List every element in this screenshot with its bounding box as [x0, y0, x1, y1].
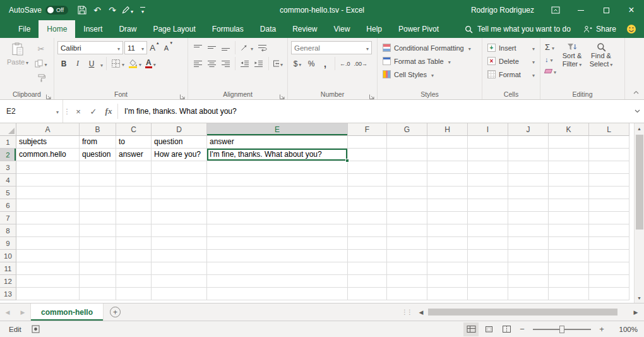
column-header-J[interactable]: J — [508, 123, 549, 136]
row-header-11[interactable]: 11 — [0, 262, 16, 275]
row-header-9[interactable]: 9 — [0, 237, 16, 250]
cell-D4[interactable] — [152, 174, 207, 187]
autosum-button[interactable]: Σ — [544, 41, 558, 53]
cell-D3[interactable] — [152, 161, 207, 174]
cell-F12[interactable] — [348, 275, 387, 288]
cell-J6[interactable] — [508, 199, 549, 212]
cell-C5[interactable] — [116, 187, 152, 199]
cell-G1[interactable] — [387, 136, 427, 149]
tab-view[interactable]: View — [326, 20, 359, 38]
collapse-ribbon-button[interactable] — [633, 85, 639, 97]
cell-K7[interactable] — [549, 212, 589, 224]
tab-home[interactable]: Home — [39, 20, 75, 38]
column-header-K[interactable]: K — [549, 123, 589, 136]
column-header-D[interactable]: D — [152, 123, 207, 136]
column-header-E[interactable]: E — [207, 123, 348, 136]
row-header-3[interactable]: 3 — [0, 161, 16, 174]
align-left-button[interactable] — [191, 57, 204, 70]
new-sheet-button[interactable]: + — [110, 307, 121, 317]
cell-B8[interactable] — [80, 224, 116, 237]
cell-I3[interactable] — [468, 161, 508, 174]
delete-cells-button[interactable]: × Delete — [486, 54, 537, 68]
cell-C8[interactable] — [116, 224, 152, 237]
cell-F3[interactable] — [348, 161, 387, 174]
cell-L3[interactable] — [589, 161, 629, 174]
cell-I8[interactable] — [468, 224, 508, 237]
column-header-H[interactable]: H — [427, 123, 468, 136]
cell-E11[interactable] — [207, 262, 348, 275]
tab-data[interactable]: Data — [252, 20, 284, 38]
ribbon-display-options-button[interactable] — [543, 0, 568, 20]
cell-I9[interactable] — [468, 237, 508, 250]
font-dialog-launcher[interactable] — [179, 91, 186, 97]
cell-I12[interactable] — [468, 275, 508, 288]
zoom-slider-thumb[interactable] — [559, 326, 564, 333]
tab-power-pivot[interactable]: Power Pivot — [390, 20, 447, 38]
cell-G3[interactable] — [387, 161, 427, 174]
row-header-5[interactable]: 5 — [0, 187, 16, 199]
cell-A11[interactable] — [16, 262, 80, 275]
cell-K8[interactable] — [549, 224, 589, 237]
cut-button[interactable]: ✂ — [32, 42, 50, 55]
cell-G12[interactable] — [387, 275, 427, 288]
column-header-F[interactable]: F — [348, 123, 387, 136]
cell-H3[interactable] — [427, 161, 468, 174]
cell-E1[interactable]: answer — [207, 136, 348, 149]
column-header-L[interactable]: L — [589, 123, 629, 136]
macro-recording-button[interactable] — [28, 325, 44, 333]
cell-F9[interactable] — [348, 237, 387, 250]
cell-G2[interactable] — [387, 149, 427, 161]
fill-color-button[interactable] — [127, 57, 143, 70]
cell-I13[interactable] — [468, 288, 508, 300]
cell-L9[interactable] — [589, 237, 629, 250]
cell-L2[interactable] — [589, 149, 629, 161]
cell-H2[interactable] — [427, 149, 468, 161]
cell-H5[interactable] — [427, 187, 468, 199]
format-cells-button[interactable]: Format — [486, 68, 537, 81]
cell-H13[interactable] — [427, 288, 468, 300]
name-box[interactable]: E2 — [0, 100, 63, 123]
column-header-G[interactable]: G — [387, 123, 427, 136]
cell-L1[interactable] — [589, 136, 629, 149]
cell-J1[interactable] — [508, 136, 549, 149]
tab-formulas[interactable]: Formulas — [204, 20, 252, 38]
cell-E13[interactable] — [207, 288, 348, 300]
increase-decimal-button[interactable]: ←.0 — [338, 57, 352, 70]
zoom-out-button[interactable]: − — [516, 324, 528, 334]
number-format-select[interactable]: General — [291, 41, 372, 54]
cell-D2[interactable]: How are you? — [152, 149, 207, 161]
cell-F11[interactable] — [348, 262, 387, 275]
row-header-2[interactable]: 2 — [0, 149, 16, 161]
cell-B12[interactable] — [80, 275, 116, 288]
format-as-table-button[interactable]: Format as Table — [381, 54, 479, 68]
cell-C6[interactable] — [116, 199, 152, 212]
horizontal-scrollbar-track[interactable] — [428, 309, 629, 316]
cell-J5[interactable] — [508, 187, 549, 199]
italic-button[interactable]: I — [71, 57, 84, 70]
cell-K12[interactable] — [549, 275, 589, 288]
copy-button[interactable] — [32, 57, 50, 70]
increase-indent-button[interactable] — [253, 57, 265, 70]
cell-J8[interactable] — [508, 224, 549, 237]
page-layout-view-button[interactable] — [481, 322, 496, 336]
cell-L4[interactable] — [589, 174, 629, 187]
cell-K2[interactable] — [549, 149, 589, 161]
cell-F2[interactable] — [348, 149, 387, 161]
cell-J3[interactable] — [508, 161, 549, 174]
decrease-indent-button[interactable] — [239, 57, 251, 70]
cell-D9[interactable] — [152, 237, 207, 250]
tab-insert[interactable]: Insert — [75, 20, 110, 38]
cell-D1[interactable]: question — [152, 136, 207, 149]
cell-C2[interactable]: answer — [116, 149, 152, 161]
touch-mode-button[interactable] — [120, 0, 135, 20]
clear-button[interactable] — [544, 65, 558, 77]
cell-F4[interactable] — [348, 174, 387, 187]
cell-J12[interactable] — [508, 275, 549, 288]
percent-style-button[interactable]: % — [305, 57, 318, 70]
cell-I5[interactable] — [468, 187, 508, 199]
cell-G4[interactable] — [387, 174, 427, 187]
cell-H8[interactable] — [427, 224, 468, 237]
cell-F6[interactable] — [348, 199, 387, 212]
cell-B11[interactable] — [80, 262, 116, 275]
row-header-13[interactable]: 13 — [0, 288, 16, 300]
